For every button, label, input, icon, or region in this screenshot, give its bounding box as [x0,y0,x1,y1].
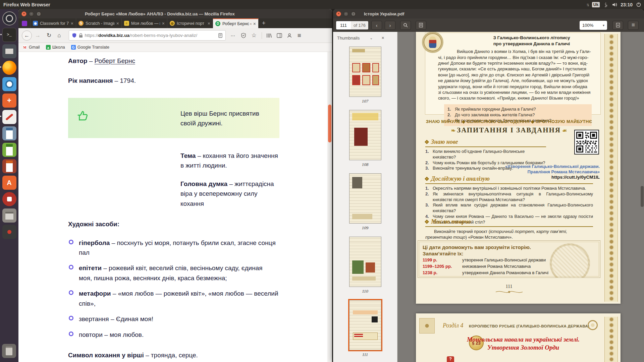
scrollbar-thumb[interactable] [328,105,331,142]
pocket-icon[interactable] [241,33,246,38]
pinned-tab[interactable] [18,18,31,28]
thumbnail-page-label: 110 [362,289,368,294]
dock-icon-terminal[interactable]: >_ [2,28,16,42]
new-tab-button[interactable]: + [259,18,269,28]
page-actions-icon[interactable]: ⋯ [231,33,235,38]
date-event: утвердження Данила Романовича в Галичі [462,270,548,276]
bookmark-google-translate[interactable]: GGoogle Translate [71,45,109,50]
tab-istorychni[interactable]: ◍ Історичні порт × [167,18,213,28]
account-icon[interactable] [287,33,292,38]
dock-icon-software-updater[interactable]: + [2,94,16,108]
back-button[interactable]: ← [22,31,32,41]
zoom-select[interactable]: 100% ▾ [580,21,607,30]
means-list: гіпербола – посхнуть усі моря, потануть … [68,238,289,340]
item-text: Який вплив мали сусідні держави на стано… [433,202,593,214]
page-content: Автор – Роберт Бернс Рік написання – 179… [18,52,332,362]
tab-scratch[interactable]: S Scratch - Imagin × [76,18,122,28]
dock-icon-activities[interactable] [2,11,16,25]
bluetooth-icon[interactable] [603,2,608,7]
thumbnails-title: Thumbnails [337,36,360,41]
url-bar[interactable]: https://dovidka.biz.ua/robert-berns-moya… [69,30,226,41]
author-link[interactable]: Роберт Бернс [95,57,135,64]
close-button[interactable]: ✕ [336,11,341,16]
forward-button[interactable]: → [35,32,41,39]
date-value: 1199 р. [423,257,462,263]
thumbnail-108[interactable]: 108 [333,110,397,173]
search-button[interactable] [400,21,411,30]
network-icon[interactable]: ↑↓ [586,2,589,7]
reader-mode-icon[interactable] [218,33,223,38]
clock[interactable]: 23:10 [621,2,633,7]
bookmark-gmail[interactable]: MGmail [22,45,40,50]
sidebar-icon[interactable] [277,33,282,38]
chevron-down-icon[interactable]: ⌄ [370,36,373,40]
library-icon[interactable] [266,33,272,38]
page-number-field[interactable]: 111 of 176 [336,21,369,30]
flourish-icon: ☙ [561,128,567,133]
dock-icon-annotator[interactable] [2,110,16,124]
date-event: князювання Романа Мстиславича [462,263,531,269]
bookmark-star-icon[interactable]: ☆ [252,32,257,39]
document-view[interactable]: З Галицько-Волинського літопису про утве… [397,32,644,362]
firefox-titlebar[interactable]: ✕ – ▢ Роберт Бернс «Моя Любов» АНАЛІЗ - … [18,9,332,18]
page-number: 111 [416,284,602,296]
minimize-button[interactable]: – [29,11,34,16]
url-text[interactable]: https://dovidka.biz.ua/robert-berns-moya… [85,33,216,38]
tab-close-icon[interactable]: × [71,21,73,26]
power-menu-icon[interactable] [636,2,641,7]
chapter-caption: КОРОЛІВСТВО РУСЬКЕ (ГАЛИЦЬКО-ВОЛИНСЬКА Д… [469,324,589,328]
maximize-button[interactable]: ▢ [351,11,356,16]
menu-icon[interactable]: ≡ [298,32,301,39]
thumbnail-109[interactable]: 109 [333,173,397,237]
tab-close-icon[interactable]: × [253,21,256,26]
gmail-icon: M [22,45,27,50]
volume-icon[interactable] [612,2,617,7]
thumbnail-111-selected[interactable]: 111 [333,300,397,362]
previous-page-button[interactable]: ‹ [371,21,382,30]
dock-icon-mail[interactable] [2,44,16,58]
tab-classwork[interactable]: ◉ Classwork for 7- × [31,18,76,28]
dock-icon-camera[interactable] [2,77,16,91]
tab-moya-lyubov[interactable]: ≡ Моя любов — п × [122,18,167,28]
dock-icon-ubuntu-software[interactable]: A [2,176,16,190]
close-button[interactable]: ✕ [21,11,26,16]
dock-icon-libreoffice-calc[interactable] [2,143,16,157]
home-button[interactable]: ⌂ [57,32,61,39]
dock-icon-firefox[interactable] [2,61,16,75]
excerpt-line: удержати город, вони ніби й готові перед… [438,84,592,89]
minimize-button[interactable]: – [343,11,348,16]
keyboard-layout-indicator[interactable]: Uk [592,2,600,7]
tab-close-icon[interactable]: × [116,21,119,26]
ubuntu-dock: >_ + A [0,9,18,362]
pdf-scrollbar-thumb[interactable] [641,186,644,207]
dock-icon-remote-desktop[interactable] [2,192,16,206]
next-page-button[interactable]: › [385,21,395,30]
dock-icon-trash[interactable] [2,344,16,358]
tab-close-icon[interactable]: × [208,21,210,26]
creative-pre: Виконайте творчий проєкт ( [434,229,490,234]
tracking-shield-icon[interactable] [72,33,77,38]
bullet-text: – рожевий квіт, веселий спів, весінньому… [79,264,263,281]
dock-icon-libreoffice-writer[interactable] [2,126,16,140]
creative-heading-text: Мислю творчо [431,218,471,225]
pdf-titlebar[interactable]: ✕ – ▢ Історія України.pdf [333,9,644,18]
section-rule [425,183,593,184]
pdf-menu-button[interactable]: ≡ [628,21,639,30]
tab-close-icon[interactable]: × [162,21,165,26]
thumbnail-110[interactable]: 110 [333,237,397,300]
annotations-button[interactable] [416,21,426,30]
tab-robert-berns-active[interactable]: D Роберт Бернс « × [213,18,259,28]
close-panel-icon[interactable]: × [381,35,384,41]
save-button[interactable] [612,21,623,30]
maximize-button[interactable]: ▢ [36,11,41,16]
author-row: Автор – Роберт Бернс [68,56,289,66]
reload-button[interactable]: ↻ [47,32,51,39]
navigation-toolbar: ← → ↻ ⌂ https://dovidka.biz.ua/robert-be… [18,28,332,43]
bookmark-school[interactable]: ▲Школа [46,45,65,50]
scrollbar-track[interactable] [327,52,332,362]
dock-icon-libreoffice-impress[interactable] [2,159,16,173]
current-page-input[interactable]: 111 [336,21,351,29]
dock-icon-archive-manager[interactable] [2,208,16,223]
thumbnail-107[interactable]: 107 [333,47,397,110]
dock-icon-tools[interactable] [2,225,16,239]
